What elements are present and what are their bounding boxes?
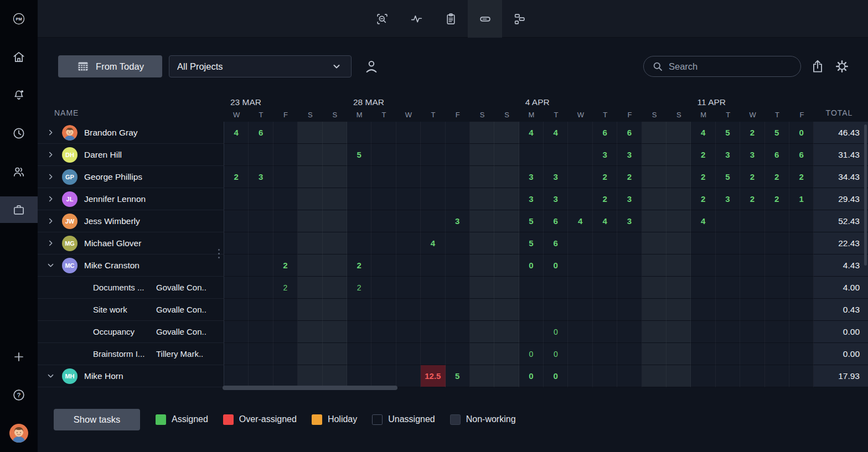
day-cell[interactable] xyxy=(323,210,347,232)
day-cell[interactable] xyxy=(396,122,421,144)
day-cell[interactable] xyxy=(371,365,396,387)
day-cell[interactable] xyxy=(249,188,273,210)
day-cell[interactable] xyxy=(323,299,347,321)
day-cell[interactable] xyxy=(568,232,592,254)
sidebar-item-help[interactable]: ? xyxy=(0,382,38,408)
day-cell[interactable] xyxy=(298,365,322,387)
day-cell[interactable] xyxy=(371,188,396,210)
day-cell[interactable] xyxy=(273,210,298,232)
day-cell[interactable] xyxy=(789,321,814,343)
day-cell[interactable] xyxy=(396,188,421,210)
day-cell[interactable] xyxy=(691,343,715,365)
day-cell[interactable] xyxy=(224,232,249,254)
day-cell[interactable]: 2 xyxy=(273,254,298,277)
day-cell[interactable]: 4 xyxy=(568,210,592,232)
day-cell[interactable] xyxy=(421,321,445,343)
day-cell[interactable] xyxy=(470,365,494,387)
day-cell[interactable]: 2 xyxy=(347,277,371,299)
tab-workload[interactable] xyxy=(468,0,502,38)
sidebar-item-work[interactable] xyxy=(0,196,38,223)
day-cell[interactable] xyxy=(298,321,322,343)
day-cell[interactable] xyxy=(323,122,347,144)
day-cell[interactable] xyxy=(421,299,445,321)
day-cell[interactable] xyxy=(617,365,642,387)
day-cell[interactable] xyxy=(568,254,592,277)
export-button[interactable] xyxy=(805,54,830,79)
day-cell[interactable]: 4 xyxy=(691,210,715,232)
day-cell[interactable] xyxy=(494,321,519,343)
day-cell[interactable]: 2 xyxy=(765,188,789,210)
day-cell[interactable] xyxy=(470,343,494,365)
day-cell[interactable] xyxy=(347,321,371,343)
day-cell[interactable]: 3 xyxy=(593,144,617,166)
day-cell[interactable]: 2 xyxy=(593,188,617,210)
chevron-right-icon[interactable] xyxy=(46,128,55,137)
day-cell[interactable] xyxy=(347,232,371,254)
day-cell[interactable] xyxy=(789,299,814,321)
day-cell[interactable] xyxy=(617,232,642,254)
day-cell[interactable] xyxy=(494,277,519,299)
day-cell[interactable]: 3 xyxy=(716,188,740,210)
day-cell[interactable]: 3 xyxy=(617,144,642,166)
day-cell[interactable] xyxy=(323,166,347,188)
day-cell[interactable] xyxy=(323,232,347,254)
day-cell[interactable] xyxy=(691,232,715,254)
day-cell[interactable] xyxy=(666,122,691,144)
day-cell[interactable] xyxy=(494,188,519,210)
person-name-cell[interactable]: MHMike Horn xyxy=(38,365,224,387)
day-cell[interactable] xyxy=(642,343,666,365)
day-cell[interactable] xyxy=(617,277,642,299)
day-cell[interactable] xyxy=(249,343,273,365)
day-cell[interactable] xyxy=(421,254,445,277)
chevron-right-icon[interactable] xyxy=(46,239,55,247)
day-cell[interactable] xyxy=(765,343,789,365)
day-cell[interactable] xyxy=(494,166,519,188)
sidebar-item-home[interactable] xyxy=(0,44,38,70)
day-cell[interactable] xyxy=(765,277,789,299)
day-cell[interactable] xyxy=(371,122,396,144)
day-cell[interactable]: 12.5 xyxy=(421,365,445,387)
day-cell[interactable]: 6 xyxy=(765,144,789,166)
day-cell[interactable] xyxy=(323,365,347,387)
day-cell[interactable] xyxy=(470,210,494,232)
day-cell[interactable] xyxy=(347,166,371,188)
day-cell[interactable]: 0 xyxy=(789,122,814,144)
day-cell[interactable] xyxy=(642,321,666,343)
day-cell[interactable] xyxy=(765,254,789,277)
day-cell[interactable] xyxy=(568,144,592,166)
day-cell[interactable] xyxy=(494,210,519,232)
day-cell[interactable]: 0 xyxy=(519,365,544,387)
person-name-cell[interactable]: MGMichael Glover xyxy=(38,232,224,254)
task-name-cell[interactable]: OccupancyGovalle Con.. xyxy=(38,321,224,343)
day-cell[interactable] xyxy=(347,343,371,365)
day-cell[interactable] xyxy=(396,343,421,365)
day-cell[interactable] xyxy=(273,365,298,387)
day-cell[interactable] xyxy=(446,166,470,188)
day-cell[interactable] xyxy=(273,166,298,188)
day-cell[interactable] xyxy=(323,144,347,166)
tab-zoom-search[interactable] xyxy=(365,0,399,38)
day-cell[interactable] xyxy=(716,232,740,254)
day-cell[interactable] xyxy=(347,210,371,232)
horizontal-scrollbar[interactable] xyxy=(223,386,397,390)
day-cell[interactable] xyxy=(249,254,273,277)
day-cell[interactable] xyxy=(593,232,617,254)
day-cell[interactable]: 2 xyxy=(691,188,715,210)
day-cell[interactable] xyxy=(347,122,371,144)
day-cell[interactable] xyxy=(593,254,617,277)
day-cell[interactable] xyxy=(446,232,470,254)
day-cell[interactable] xyxy=(249,321,273,343)
day-cell[interactable] xyxy=(371,232,396,254)
day-cell[interactable]: 4 xyxy=(519,122,544,144)
day-cell[interactable]: 0 xyxy=(544,365,568,387)
day-cell[interactable] xyxy=(666,277,691,299)
day-cell[interactable]: 6 xyxy=(544,232,568,254)
search-input[interactable] xyxy=(669,61,793,72)
vertical-scrollbar[interactable] xyxy=(864,124,867,266)
day-cell[interactable]: 5 xyxy=(765,122,789,144)
day-cell[interactable]: 0 xyxy=(519,254,544,277)
day-cell[interactable] xyxy=(273,299,298,321)
day-cell[interactable] xyxy=(371,277,396,299)
day-cell[interactable] xyxy=(446,321,470,343)
day-cell[interactable] xyxy=(298,166,322,188)
